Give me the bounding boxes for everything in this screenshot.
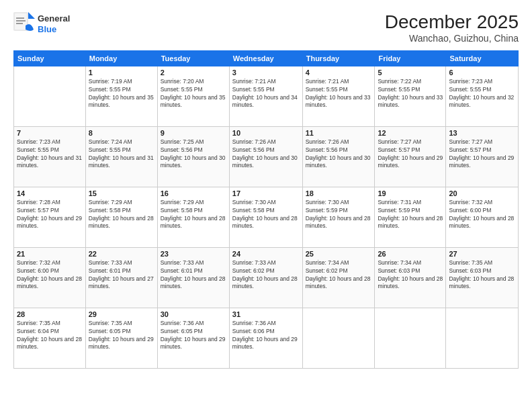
table-row: 10Sunrise: 7:26 AMSunset: 5:56 PMDayligh… [229,126,302,187]
day-number: 17 [232,189,300,197]
week-row-1: 1Sunrise: 7:19 AMSunset: 5:55 PMDaylight… [14,66,519,126]
svg-marker-2 [28,12,35,19]
col-tuesday: Tuesday [157,50,229,66]
day-detail: Sunrise: 7:31 AMSunset: 5:59 PMDaylight:… [378,199,443,231]
day-detail: Sunrise: 7:33 AMSunset: 6:01 PMDaylight:… [161,259,226,291]
day-number: 4 [306,68,372,77]
col-saturday: Saturday [446,50,519,66]
calendar: Sunday Monday Tuesday Wednesday Thursday… [13,50,519,369]
day-detail: Sunrise: 7:35 AMSunset: 6:05 PMDaylight:… [89,320,154,352]
table-row: 16Sunrise: 7:29 AMSunset: 5:58 PMDayligh… [157,187,229,247]
col-friday: Friday [375,50,446,66]
table-row: 19Sunrise: 7:31 AMSunset: 5:59 PMDayligh… [375,187,446,247]
calendar-header-row: Sunday Monday Tuesday Wednesday Thursday… [14,50,519,66]
day-detail: Sunrise: 7:21 AMSunset: 5:55 PMDaylight:… [232,78,300,110]
day-detail: Sunrise: 7:26 AMSunset: 5:56 PMDaylight:… [306,138,372,171]
day-detail: Sunrise: 7:35 AMSunset: 6:04 PMDaylight:… [17,320,83,352]
table-row: 20Sunrise: 7:32 AMSunset: 6:00 PMDayligh… [446,187,519,247]
table-row: 11Sunrise: 7:26 AMSunset: 5:56 PMDayligh… [302,126,375,187]
table-row: 4Sunrise: 7:21 AMSunset: 5:55 PMDaylight… [302,66,375,126]
table-row: 3Sunrise: 7:21 AMSunset: 5:55 PMDaylight… [229,66,302,126]
table-row: 31Sunrise: 7:36 AMSunset: 6:06 PMDayligh… [229,308,302,368]
day-number: 18 [306,189,372,197]
day-detail: Sunrise: 7:30 AMSunset: 5:58 PMDaylight:… [232,199,300,231]
day-detail: Sunrise: 7:24 AMSunset: 5:55 PMDaylight:… [89,138,154,171]
col-wednesday: Wednesday [229,50,302,66]
table-row: 18Sunrise: 7:30 AMSunset: 5:59 PMDayligh… [302,187,375,247]
table-row: 30Sunrise: 7:36 AMSunset: 6:05 PMDayligh… [157,308,229,368]
day-number: 16 [161,189,226,197]
day-detail: Sunrise: 7:29 AMSunset: 5:58 PMDaylight:… [89,199,154,231]
week-row-4: 21Sunrise: 7:32 AMSunset: 6:00 PMDayligh… [14,247,519,308]
day-detail: Sunrise: 7:34 AMSunset: 6:02 PMDaylight:… [306,259,372,291]
header: General Blue December 2025 Wanchao, Guiz… [13,12,519,44]
day-number: 15 [89,189,154,197]
day-number: 29 [89,310,154,318]
day-detail: Sunrise: 7:35 AMSunset: 6:03 PMDaylight:… [449,259,515,291]
day-number: 3 [232,68,300,77]
title-block: December 2025 Wanchao, Guizhou, China [385,12,519,44]
col-monday: Monday [85,50,157,66]
day-number: 12 [378,129,443,137]
table-row: 1Sunrise: 7:19 AMSunset: 5:55 PMDaylight… [85,66,157,126]
day-number: 7 [17,129,83,137]
table-row [302,308,375,368]
day-number: 22 [89,250,154,258]
table-row: 13Sunrise: 7:27 AMSunset: 5:57 PMDayligh… [446,126,519,187]
location: Wanchao, Guizhou, China [385,33,519,44]
day-number: 8 [89,129,154,137]
logo-general-text: General [38,13,70,24]
table-row: 24Sunrise: 7:33 AMSunset: 6:02 PMDayligh… [229,247,302,308]
day-number: 2 [161,68,226,77]
day-detail: Sunrise: 7:36 AMSunset: 6:05 PMDaylight:… [161,320,226,352]
day-number: 1 [89,68,154,77]
day-number: 9 [161,129,226,137]
day-detail: Sunrise: 7:33 AMSunset: 6:01 PMDaylight:… [89,259,154,291]
day-number: 11 [306,129,372,137]
logo: General Blue [13,12,70,36]
day-number: 14 [17,189,83,197]
table-row [14,66,86,126]
day-number: 30 [161,310,226,318]
day-number: 27 [449,250,515,258]
table-row: 21Sunrise: 7:32 AMSunset: 6:00 PMDayligh… [14,247,86,308]
logo-blue-text: Blue [38,24,70,35]
day-number: 20 [449,189,515,197]
table-row [446,308,519,368]
table-row: 25Sunrise: 7:34 AMSunset: 6:02 PMDayligh… [302,247,375,308]
month-title: December 2025 [385,12,519,33]
table-row: 27Sunrise: 7:35 AMSunset: 6:03 PMDayligh… [446,247,519,308]
table-row: 22Sunrise: 7:33 AMSunset: 6:01 PMDayligh… [85,247,157,308]
day-detail: Sunrise: 7:36 AMSunset: 6:06 PMDaylight:… [232,320,300,352]
table-row: 15Sunrise: 7:29 AMSunset: 5:58 PMDayligh… [85,187,157,247]
svg-rect-5 [16,23,23,24]
week-row-2: 7Sunrise: 7:23 AMSunset: 5:55 PMDaylight… [14,126,519,187]
day-detail: Sunrise: 7:30 AMSunset: 5:59 PMDaylight:… [306,199,372,231]
table-row: 17Sunrise: 7:30 AMSunset: 5:58 PMDayligh… [229,187,302,247]
table-row: 5Sunrise: 7:22 AMSunset: 5:55 PMDaylight… [375,66,446,126]
page: General Blue December 2025 Wanchao, Guiz… [0,0,532,411]
day-number: 19 [378,189,443,197]
svg-rect-3 [16,17,24,19]
day-number: 5 [378,68,443,77]
table-row: 12Sunrise: 7:27 AMSunset: 5:57 PMDayligh… [375,126,446,187]
table-row: 29Sunrise: 7:35 AMSunset: 6:05 PMDayligh… [85,308,157,368]
day-detail: Sunrise: 7:28 AMSunset: 5:57 PMDaylight:… [17,199,83,231]
table-row: 7Sunrise: 7:23 AMSunset: 5:55 PMDaylight… [14,126,86,187]
day-detail: Sunrise: 7:32 AMSunset: 6:00 PMDaylight:… [449,199,515,231]
day-detail: Sunrise: 7:32 AMSunset: 6:00 PMDaylight:… [17,259,83,291]
table-row: 8Sunrise: 7:24 AMSunset: 5:55 PMDaylight… [85,126,157,187]
day-number: 31 [232,310,300,318]
day-detail: Sunrise: 7:29 AMSunset: 5:58 PMDaylight:… [161,199,226,231]
day-detail: Sunrise: 7:23 AMSunset: 5:55 PMDaylight:… [449,78,515,110]
day-detail: Sunrise: 7:27 AMSunset: 5:57 PMDaylight:… [449,138,515,171]
day-number: 28 [17,310,83,318]
day-number: 25 [306,250,372,258]
table-row [375,308,446,368]
col-thursday: Thursday [302,50,375,66]
table-row: 2Sunrise: 7:20 AMSunset: 5:55 PMDaylight… [157,66,229,126]
table-row: 6Sunrise: 7:23 AMSunset: 5:55 PMDaylight… [446,66,519,126]
day-detail: Sunrise: 7:20 AMSunset: 5:55 PMDaylight:… [161,78,226,110]
day-detail: Sunrise: 7:26 AMSunset: 5:56 PMDaylight:… [232,138,300,171]
day-detail: Sunrise: 7:34 AMSunset: 6:03 PMDaylight:… [378,259,443,291]
